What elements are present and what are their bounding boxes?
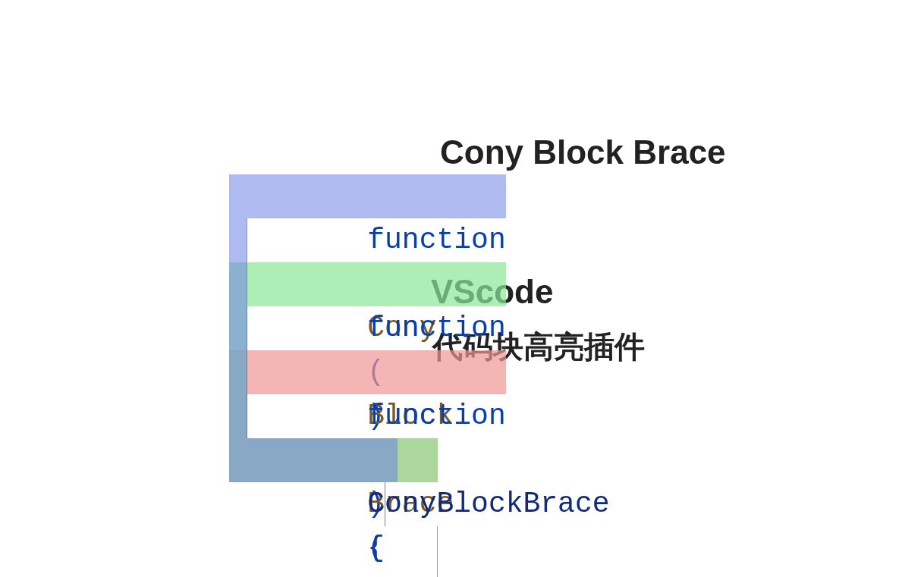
keyword-function: function bbox=[367, 312, 505, 344]
indent-guide-icon bbox=[247, 262, 247, 306]
indent-guide-icon bbox=[437, 570, 438, 577]
brace-close-icon: } bbox=[367, 570, 385, 577]
code-line-1: function Cony ( ) { bbox=[125, 130, 610, 174]
indent-guide-icon bbox=[247, 350, 247, 394]
identifier-conyblockbrace: ConyBlockBrace bbox=[367, 488, 609, 520]
keyword-function: function bbox=[367, 224, 505, 256]
indent-guide-icon bbox=[385, 482, 385, 526]
keyword-function: function bbox=[367, 400, 505, 432]
indent-guide-icon bbox=[437, 526, 438, 570]
indent-guide-icon bbox=[247, 306, 247, 350]
indent-guide-icon bbox=[247, 218, 247, 262]
code-snippet: function Cony ( ) { function Block ( ) { bbox=[125, 130, 610, 438]
canvas: Cony Block Brace VScode 代码块高亮插件 function… bbox=[0, 0, 924, 577]
indent-guide-icon bbox=[247, 394, 247, 438]
